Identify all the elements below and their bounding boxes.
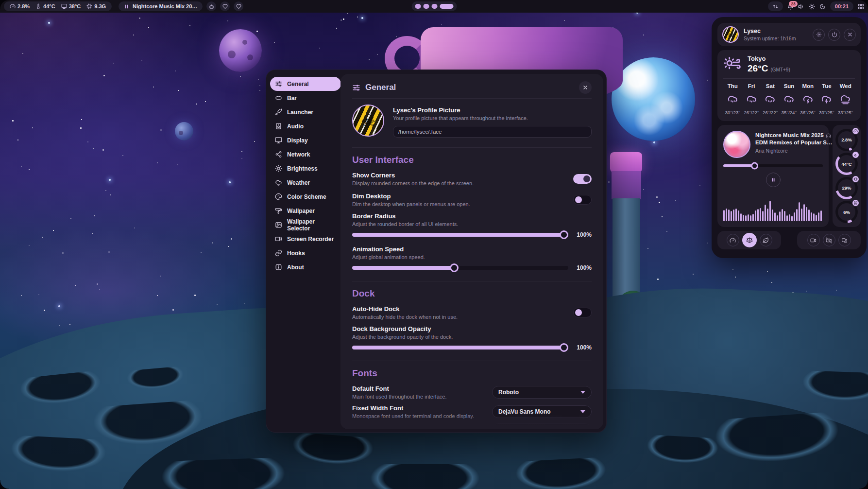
forecast-temps: 35°/24° [782, 110, 797, 115]
auto-hide-dock-toggle[interactable] [573, 308, 592, 317]
gear-icon [816, 32, 822, 37]
forecast-temps: 26°/22° [744, 110, 759, 115]
speaker-icon [798, 3, 804, 10]
sidebar-item-brightness[interactable]: Brightness [270, 161, 341, 175]
storm-cloud-icon [820, 93, 833, 105]
track-title-line1: Nightcore Music Mix 2025 [755, 132, 824, 139]
likes-button[interactable] [234, 1, 243, 11]
dock-opacity-slider[interactable] [352, 346, 568, 349]
forecast-day: Thu 30°/23° [723, 83, 742, 115]
sidebar-item-bar[interactable]: Bar [270, 91, 341, 105]
track-title-line2: EDM Remixes of Popular S… [755, 139, 823, 146]
profile-path-input[interactable]: /home/lysec/.face [393, 126, 592, 138]
weather-city: Tokyo [748, 55, 790, 62]
forecast-day: Wed 33°/25° [836, 83, 855, 115]
balanced-mode-button[interactable] [742, 233, 757, 247]
small-planet [175, 122, 193, 140]
setting-border-radius: Border Radius Adjust the rounded border … [352, 212, 592, 239]
close-panel-button[interactable] [844, 29, 856, 41]
cpu-gauge: 2.8% [835, 129, 858, 151]
slider-handle[interactable] [560, 343, 568, 352]
network-button[interactable] [768, 1, 783, 11]
slider-handle[interactable] [560, 230, 568, 239]
gauge-icon [853, 129, 858, 133]
setting-dim-desktop: Dim Desktop Dim the desktop when panels … [352, 192, 592, 207]
palette-icon [275, 193, 282, 200]
storm-cloud-icon [802, 93, 814, 105]
sidebar-item-wallpaper-selector[interactable]: Wallpaper Selector [270, 218, 341, 232]
volume-button[interactable] [798, 3, 804, 10]
sidebar-item-audio[interactable]: Audio [270, 119, 341, 133]
setting-default-font: Default Font Main font used throughout t… [352, 385, 592, 400]
close-button[interactable] [579, 81, 592, 94]
setting-desc: Main font used throughout the interface. [352, 394, 492, 400]
forecast-day-name: Mon [802, 83, 814, 89]
user-avatar: ☠ [722, 26, 739, 43]
sidebar-item-about[interactable]: About [270, 260, 341, 274]
settings-button[interactable] [813, 29, 825, 41]
animation-speed-value: 100% [574, 264, 592, 271]
sidebar-item-general[interactable]: General [270, 77, 341, 91]
purple-planet [219, 29, 262, 72]
desktop: 2.8% 44°C 38°C 9.3G Nightcore Music Mix … [0, 0, 868, 489]
notification-badge: 23 [789, 1, 797, 7]
workspace-dot[interactable] [431, 4, 437, 9]
sidebar-item-color-scheme[interactable]: Color Scheme [270, 190, 341, 204]
border-radius-slider[interactable] [352, 233, 568, 237]
profile-avatar[interactable]: ☠ [352, 105, 384, 137]
close-icon [582, 85, 588, 90]
link-icon [275, 249, 282, 257]
workspace-indicator[interactable] [411, 1, 457, 11]
media-player-card: Nightcore Music Mix 2025 EDM Remixes of … [717, 125, 829, 227]
workspace-dot-active[interactable] [440, 4, 453, 9]
sidebar-item-network[interactable]: Network [270, 147, 341, 161]
image-icon [275, 221, 282, 228]
sidebar-item-weather[interactable]: Weather [270, 175, 341, 190]
performance-mode-button[interactable] [727, 234, 739, 246]
forecast-day: Mon 36°/26° [799, 83, 817, 115]
sidebar-item-screen-recorder[interactable]: Screen Recorder [270, 232, 341, 246]
brightness-button[interactable] [809, 3, 815, 10]
screen-share-button[interactable] [838, 234, 851, 246]
forecast-temps: 30°/23° [725, 110, 740, 115]
clock[interactable]: 00:21 [830, 1, 853, 11]
power-button[interactable] [828, 29, 840, 41]
workspace-dot[interactable] [423, 4, 429, 9]
sidebar-item-display[interactable]: Display [270, 133, 341, 147]
tower [610, 152, 642, 173]
track-progress-slider[interactable] [723, 164, 823, 167]
power-saver-mode-button[interactable] [760, 234, 772, 246]
camera-off-button[interactable] [823, 234, 835, 246]
pause-button[interactable] [766, 173, 781, 187]
slider-handle[interactable] [450, 263, 459, 272]
notifications-button[interactable]: 23 [787, 3, 794, 10]
animation-speed-slider[interactable] [352, 266, 568, 270]
memory-value: 9.3G [94, 3, 106, 9]
sidebar-item-launcher[interactable]: Launcher [270, 105, 341, 119]
forecast-day: Sat 26°/22° [761, 83, 780, 115]
screen-corner [859, 0, 868, 9]
fog-cloud-icon [839, 93, 851, 105]
screen-record-button[interactable] [807, 234, 820, 246]
dim-desktop-toggle[interactable] [573, 195, 592, 205]
setting-desc: Adjust global animation speed. [352, 254, 592, 260]
show-corners-toggle[interactable] [573, 174, 592, 184]
video-camera-icon [810, 237, 817, 244]
sidebar-label: Weather [287, 179, 310, 186]
favorites-button[interactable] [220, 1, 230, 11]
rain-cloud-icon [746, 93, 758, 105]
forecast-day-name: Tue [822, 83, 832, 89]
weather-forecast: Thu 30°/23° Fri 26°/22° Sat 26°/22° Sun [723, 83, 855, 115]
forecast-temps: 30°/25° [819, 110, 834, 115]
media-widget[interactable]: Nightcore Music Mix 20… [119, 1, 203, 11]
default-font-select[interactable]: Roboto [492, 386, 592, 399]
night-light-button[interactable] [819, 3, 826, 10]
slider-handle[interactable] [751, 162, 758, 170]
sliders-icon [275, 80, 282, 87]
control-panel: ☠ Lysec System uptime: 1h16m [712, 17, 867, 258]
workspace-dot[interactable] [415, 4, 421, 9]
assistant-button[interactable] [206, 1, 216, 11]
sidebar-item-hooks[interactable]: Hooks [270, 246, 341, 260]
sidebar-item-wallpaper[interactable]: Wallpaper [270, 204, 341, 218]
sun-icon [275, 165, 282, 172]
